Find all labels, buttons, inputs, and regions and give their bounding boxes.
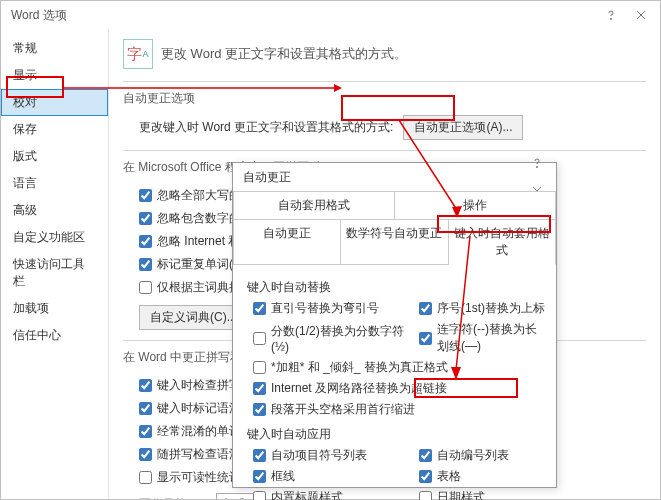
check-ignore-uppercase[interactable] bbox=[139, 189, 152, 202]
inner-titlebar: 自动更正 bbox=[233, 163, 556, 191]
ck-builtin-heading[interactable] bbox=[253, 491, 266, 500]
outer-titlebar: Word 选项 bbox=[1, 1, 660, 29]
autocorrect-options-button[interactable]: 自动更正选项(A)... bbox=[403, 115, 523, 140]
sidebar-item-10[interactable]: 信任中心 bbox=[1, 322, 108, 349]
ck-bold-italic[interactable] bbox=[253, 361, 266, 374]
check-ignore-numbers[interactable] bbox=[139, 212, 152, 225]
ck-tables[interactable] bbox=[419, 470, 432, 483]
tab2-2[interactable]: 键入时自动套用格式 bbox=[449, 220, 556, 265]
ck-auto-numbered-list[interactable] bbox=[419, 449, 432, 462]
check-ignore-internet[interactable] bbox=[139, 235, 152, 248]
ck-internet-paths[interactable] bbox=[253, 382, 266, 395]
section-auto-apply-title: 键入时自动应用 bbox=[247, 426, 546, 443]
ck-hyphens[interactable] bbox=[419, 332, 432, 345]
svg-point-3 bbox=[536, 166, 537, 167]
check-readability-stats[interactable] bbox=[139, 471, 152, 484]
sidebar-item-2[interactable]: 校对 bbox=[1, 89, 108, 116]
close-button[interactable] bbox=[626, 1, 656, 29]
proofing-header-title: 更改 Word 更正文字和设置其格式的方式。 bbox=[161, 45, 407, 63]
ck-first-line-indent[interactable] bbox=[253, 403, 266, 416]
tab2-1[interactable]: 数学符号自动更正 bbox=[341, 220, 448, 265]
ck-fractions[interactable] bbox=[253, 332, 266, 345]
sidebar-item-8[interactable]: 快速访问工具栏 bbox=[1, 251, 108, 295]
check-grammar-with-spelling[interactable] bbox=[139, 448, 152, 461]
section-autocorrect-title: 自动更正选项 bbox=[123, 90, 646, 107]
ck-auto-bullet-list[interactable] bbox=[253, 449, 266, 462]
check-grammar-as-type[interactable] bbox=[139, 402, 152, 415]
outer-title: Word 选项 bbox=[11, 7, 67, 24]
tab2-0[interactable]: 自动更正 bbox=[233, 220, 341, 265]
tab1-1[interactable]: 操作 bbox=[395, 191, 556, 220]
ck-ordinals[interactable] bbox=[419, 302, 432, 315]
sidebar-item-0[interactable]: 常规 bbox=[1, 35, 108, 62]
inner-help-button[interactable] bbox=[522, 149, 552, 177]
sidebar-item-9[interactable]: 加载项 bbox=[1, 295, 108, 322]
autocorrect-description: 更改键入时 Word 更正文字和设置其格式的方式: bbox=[139, 119, 393, 136]
sidebar-item-1[interactable]: 显示 bbox=[1, 62, 108, 89]
ck-straight-quotes[interactable] bbox=[253, 302, 266, 315]
tab1-0[interactable]: 自动套用格式 bbox=[233, 191, 395, 220]
section-auto-replace-title: 键入时自动替换 bbox=[247, 279, 546, 296]
sidebar-item-4[interactable]: 版式 bbox=[1, 143, 108, 170]
proofing-header-icon: 字A bbox=[123, 39, 153, 69]
sidebar-item-7[interactable]: 自定义功能区 bbox=[1, 224, 108, 251]
options-sidebar: 常规显示校对保存版式语言高级自定义功能区快速访问工具栏加载项信任中心 bbox=[1, 29, 109, 499]
ck-borders[interactable] bbox=[253, 470, 266, 483]
check-confused-words[interactable] bbox=[139, 425, 152, 438]
check-flag-repeated[interactable] bbox=[139, 258, 152, 271]
check-spelling-as-type[interactable] bbox=[139, 379, 152, 392]
writing-style-label: 写作风格(W): bbox=[139, 496, 210, 499]
svg-point-0 bbox=[610, 18, 611, 19]
help-button[interactable] bbox=[596, 1, 626, 29]
sidebar-item-5[interactable]: 语言 bbox=[1, 170, 108, 197]
sidebar-item-6[interactable]: 高级 bbox=[1, 197, 108, 224]
autocorrect-dialog: 自动更正 自动套用格式操作 自动更正数学符号自动更正键入时自动套用格式 键入时自… bbox=[232, 162, 557, 488]
sidebar-item-3[interactable]: 保存 bbox=[1, 116, 108, 143]
ck-date-style[interactable] bbox=[419, 491, 432, 500]
inner-title: 自动更正 bbox=[243, 169, 291, 186]
check-main-dictionary-only[interactable] bbox=[139, 281, 152, 294]
